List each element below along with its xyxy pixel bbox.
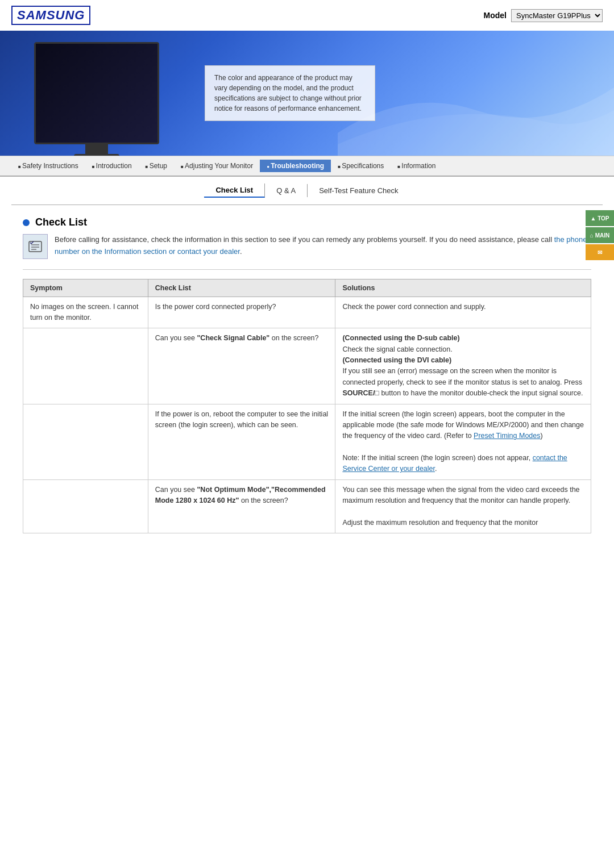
symptom-cell <box>23 479 148 533</box>
section-title: Check List <box>35 216 87 228</box>
intro-text-static: Before calling for assistance, check the… <box>55 235 554 244</box>
nav-introduction[interactable]: Introduction <box>85 160 139 172</box>
checklist-cell: Is the power cord connected properly? <box>148 297 335 328</box>
banner: The color and appearance of the product … <box>0 31 614 156</box>
nav-adjusting[interactable]: Adjusting Your Monitor <box>174 160 260 172</box>
tabs-bar: Check List Q & A Self-Test Feature Check <box>11 177 603 205</box>
symptom-cell <box>23 404 148 479</box>
table-row: Can you see "Not Optimum Mode","Recommen… <box>23 479 591 533</box>
preset-timing-link[interactable]: Preset Timing Modes <box>474 432 540 440</box>
model-dropdown[interactable]: SyncMaster G19PPlus <box>511 9 603 22</box>
model-selector: Model SyncMaster G19PPlus <box>484 9 603 22</box>
nav-troubleshooting[interactable]: Troubleshooting <box>260 160 331 172</box>
checklist-cell: If the power is on, reboot the computer … <box>148 404 335 479</box>
solutions-cell: You can see this message when the signal… <box>335 479 591 533</box>
checklist-cell: Can you see "Not Optimum Mode","Recommen… <box>148 479 335 533</box>
solutions-cell: Check the power cord connection and supp… <box>335 297 591 328</box>
model-label: Model <box>484 11 507 20</box>
nav-information[interactable]: Information <box>391 160 442 172</box>
main-content: Check List Before calling for assistance… <box>0 205 614 545</box>
monitor-image <box>34 42 159 144</box>
main-button[interactable]: ⌂ MAIN <box>586 227 614 243</box>
service-center-link[interactable]: contact the Service Center or your deale… <box>342 454 567 473</box>
table-row: No images on the screen. I cannot turn o… <box>23 297 591 328</box>
table-row: Can you see "Check Signal Cable" on the … <box>23 328 591 404</box>
nav-setup[interactable]: Setup <box>139 160 174 172</box>
top-button[interactable]: ▲ TOP <box>586 210 614 226</box>
tab-selftest[interactable]: Self-Test Feature Check <box>308 184 409 197</box>
email-button[interactable]: ✉ <box>586 244 614 260</box>
tab-qa[interactable]: Q & A <box>265 184 308 197</box>
page-header: SAMSUNG Model SyncMaster G19PPlus <box>0 0 614 31</box>
check-list-table: Symptom Check List Solutions No images o… <box>23 279 591 534</box>
side-buttons: ▲ TOP ⌂ MAIN ✉ <box>586 210 614 260</box>
nav-safety[interactable]: Safety Instructions <box>11 160 85 172</box>
symptom-cell: No images on the screen. I cannot turn o… <box>23 297 148 328</box>
col-checklist: Check List <box>148 279 335 297</box>
samsung-logo: SAMSUNG <box>11 6 90 25</box>
tab-checklist[interactable]: Check List <box>204 183 265 198</box>
table-row: If the power is on, reboot the computer … <box>23 404 591 479</box>
solutions-cell: If the initial screen (the login screen)… <box>335 404 591 479</box>
title-dot <box>23 219 30 226</box>
nav-specifications[interactable]: Specifications <box>331 160 391 172</box>
checklist-icon <box>23 234 48 259</box>
intro-paragraph: Before calling for assistance, check the… <box>55 234 591 258</box>
solutions-cell: (Connected using the D-sub cable) Check … <box>335 328 591 404</box>
symptom-cell <box>23 328 148 404</box>
section-title-area: Check List <box>23 216 591 228</box>
navigation-bar: Safety Instructions Introduction Setup A… <box>0 156 614 177</box>
checklist-cell: Can you see "Check Signal Cable" on the … <box>148 328 335 404</box>
content-divider <box>23 269 591 270</box>
col-symptom: Symptom <box>23 279 148 297</box>
intro-period: . <box>240 247 242 256</box>
col-solutions: Solutions <box>335 279 591 297</box>
